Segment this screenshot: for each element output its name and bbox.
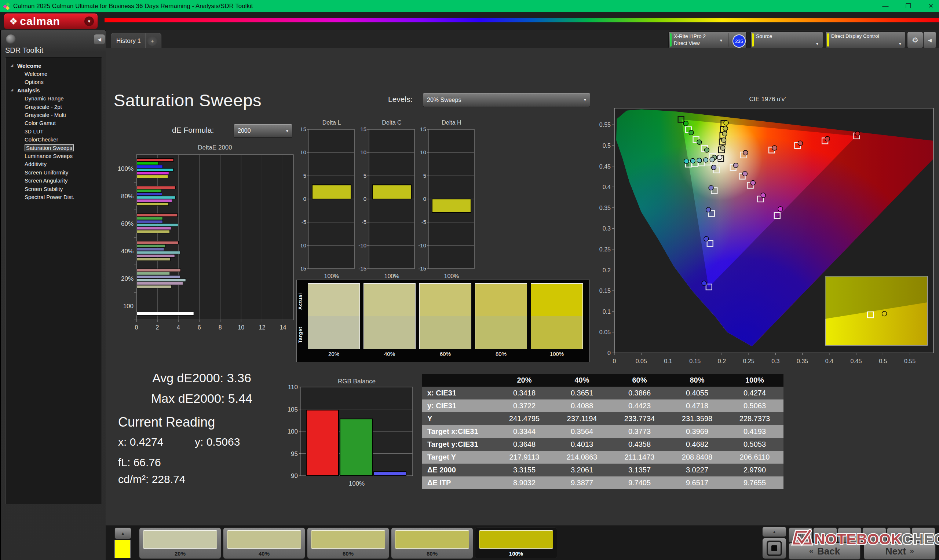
sidebar-item-analysis[interactable]: ◢Analysis — [6, 86, 102, 94]
patch-button-40[interactable]: 40% — [223, 528, 305, 559]
record-icon[interactable]: ◯ — [911, 528, 935, 543]
next-chevron-icon: » — [910, 546, 914, 556]
next-button[interactable]: Next » — [864, 543, 936, 560]
sidebar-item-screen-angularity[interactable]: Screen Angularity — [6, 176, 102, 185]
current-color-swatch — [114, 540, 131, 558]
close-button[interactable]: ✕ — [926, 2, 936, 10]
svg-text:95: 95 — [291, 451, 298, 457]
minimize-button[interactable]: — — [880, 3, 891, 10]
de-formula-select[interactable]: 2000 ▼ — [234, 124, 292, 138]
display-status-bar — [827, 33, 829, 46]
collapse-toolbar-icon[interactable]: ◀ — [923, 32, 936, 48]
sidebar-item-welcome[interactable]: ◢Welcome — [6, 62, 102, 70]
swatch-100 — [531, 283, 583, 349]
sidebar-item-spectral-power-dist[interactable]: Spectral Power Dist. — [6, 193, 102, 201]
sidebar-item-3d-lut[interactable]: 3D LUT — [6, 127, 102, 135]
patch-scroll-up-icon[interactable]: ▲ — [114, 528, 131, 539]
sidebar-item-color-gamut[interactable]: Color Gamut — [6, 119, 102, 127]
back-chevron-icon: « — [809, 546, 814, 556]
sidebar: ◀ SDR Toolkit ◢WelcomeWelcomeOptions◢Ana… — [1, 30, 106, 560]
play-icon[interactable]: ▶ — [813, 528, 837, 543]
swatch-label: 20% — [308, 351, 360, 357]
tree-expand-icon[interactable]: ◢ — [11, 63, 13, 67]
target-swatch — [308, 316, 359, 349]
sidebar-item-options[interactable]: Options — [6, 78, 102, 86]
svg-text:0: 0 — [135, 325, 138, 331]
stop-widget: ▲ — [762, 527, 786, 559]
actual-swatch — [308, 284, 359, 316]
sidebar-collapse-icon[interactable]: ◀ — [94, 34, 105, 45]
reading-y: y: 0.5063 — [195, 436, 240, 448]
back-button[interactable]: « Back — [789, 543, 860, 560]
logo-row: ❖ calman ▼ — [0, 12, 939, 30]
stop-button[interactable] — [762, 538, 786, 559]
svg-text:15: 15 — [360, 126, 367, 132]
sidebar-item-dynamic-range[interactable]: Dynamic Range — [6, 95, 102, 103]
display-control-select[interactable]: Direct Display Control ▼ — [826, 32, 905, 48]
svg-text:12: 12 — [259, 325, 265, 331]
patch-button-80[interactable]: 80% — [391, 528, 473, 559]
sidebar-item-grayscale-multi[interactable]: Grayscale - Multi — [6, 111, 102, 119]
svg-text:6: 6 — [198, 325, 201, 331]
sidebar-item-luminance-sweeps[interactable]: Luminance Sweeps — [6, 152, 102, 160]
sidebar-item-saturation-sweeps[interactable]: Saturation Sweeps — [6, 144, 102, 152]
target-swatch — [419, 316, 471, 349]
patch-button-60[interactable]: 60% — [307, 528, 389, 559]
calman-logo-text: calman — [20, 15, 60, 28]
svg-text:2: 2 — [156, 325, 159, 331]
svg-text:-10: -10 — [301, 242, 306, 248]
restore-button[interactable]: ❐ — [903, 2, 913, 10]
actual-swatch — [531, 284, 583, 316]
svg-text:100%: 100% — [349, 480, 365, 487]
levels-select[interactable]: 20% Sweeps ▼ — [423, 93, 590, 107]
sidebar-item-screen-uniformity[interactable]: Screen Uniformity — [6, 168, 102, 176]
de-formula-label: dE Formula: — [172, 126, 214, 134]
sidebar-item-grayscale-2pt[interactable]: Grayscale - 2pt — [6, 103, 102, 111]
sidebar-item-welcome[interactable]: Welcome — [6, 70, 102, 78]
add-tab-button[interactable]: + — [148, 36, 157, 46]
tab-history-1[interactable]: History 1 + — [111, 33, 161, 48]
tab-strip: History 1 + X-Rite i1Pro 2 Direct View ▼… — [106, 30, 939, 48]
rainbow-gradient-bar — [105, 18, 939, 22]
settings-gear-icon[interactable]: ⚙ — [907, 32, 923, 48]
chevron-down-icon: ▼ — [719, 38, 723, 43]
refresh-icon[interactable]: ↻ — [887, 528, 911, 543]
patch-button-20[interactable]: 20% — [139, 528, 221, 559]
cie-1976-chart: CIE 1976 u'v' — [596, 94, 939, 370]
svg-text:20%: 20% — [121, 275, 134, 282]
svg-text:0.15: 0.15 — [599, 288, 611, 294]
meter-select[interactable]: X-Rite i1Pro 2 Direct View ▼ 235 — [668, 32, 746, 48]
calman-menu-button[interactable]: ❖ calman ▼ — [4, 13, 98, 29]
svg-text:0.2: 0.2 — [603, 267, 611, 274]
table-row-target-y: Target Y217.9113214.0863211.1473208.8408… — [422, 451, 783, 464]
stop-scroll-up-icon[interactable]: ▲ — [762, 527, 786, 537]
svg-text:100%: 100% — [324, 273, 339, 279]
patch-button-100[interactable]: 100% — [475, 528, 557, 559]
reading-fl: fL: 66.76 — [118, 456, 161, 469]
sidebar-title: SDR Toolkit — [5, 46, 43, 55]
sidebar-item-additivity[interactable]: Additivity — [6, 160, 102, 168]
meter-status-bar — [670, 33, 672, 46]
table-row-e-2000: ΔE 20003.31553.20613.13573.02272.9790 — [422, 464, 783, 477]
read-series-icon[interactable]: ▥ — [838, 528, 862, 543]
pattern-window-icon[interactable]: ◰ — [789, 528, 813, 543]
sidebar-options-button[interactable] — [6, 34, 16, 45]
svg-text:60%: 60% — [121, 220, 134, 227]
app-icon — [3, 3, 10, 10]
tree-expand-icon[interactable]: ◢ — [11, 88, 13, 92]
svg-text:Delta L: Delta L — [322, 120, 341, 126]
continuous-read-icon[interactable]: ∞ — [862, 528, 886, 543]
svg-text:5: 5 — [364, 172, 367, 179]
main-content: Saturation Sweeps Levels: 20% Sweeps ▼ d… — [106, 48, 939, 526]
table-row-target-y-cie31: Target y:CIE310.36480.40130.43580.46820.… — [422, 438, 783, 451]
swatch-label: 40% — [364, 351, 416, 357]
current-reading-title: Current Reading — [118, 414, 215, 430]
sidebar-item-colorchecker[interactable]: ColorChecker — [6, 135, 102, 144]
window-title-bar: Calman 2025 Calman Ultimate for Business… — [0, 0, 939, 12]
source-select[interactable]: Source ▼ — [751, 32, 823, 48]
sidebar-item-screen-stability[interactable]: Screen Stability — [6, 185, 102, 193]
table-row-target-x-cie31: Target x:CIE310.33440.35640.37730.39690.… — [422, 425, 783, 438]
svg-text:RGB Balance: RGB Balance — [338, 378, 376, 385]
calman-diamond-icon: ❖ — [9, 16, 18, 27]
svg-text:0.25: 0.25 — [599, 246, 611, 252]
